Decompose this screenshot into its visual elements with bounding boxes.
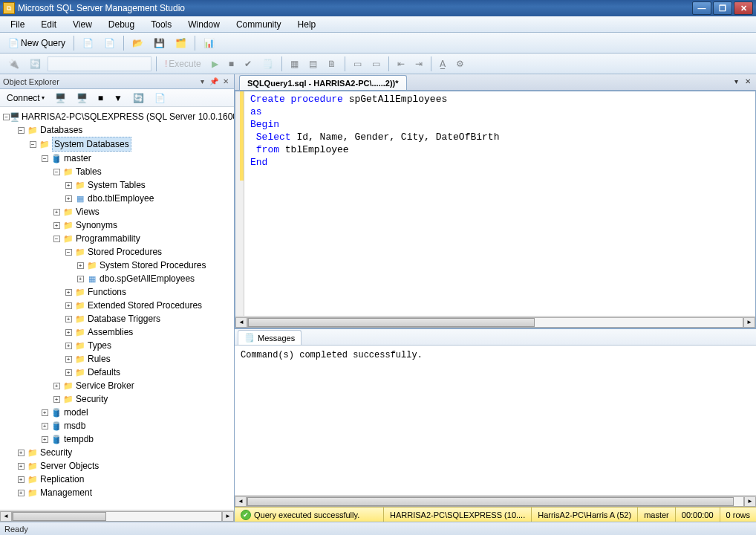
tree-extended-stored-procedures[interactable]: Extended Stored Procedures <box>88 299 202 312</box>
results-text-icon[interactable]: ▤ <box>305 56 321 72</box>
db-connect-icon[interactable]: 🔌 <box>4 56 23 72</box>
tree-functions[interactable]: Functions <box>88 285 126 299</box>
panel-dropdown-icon[interactable]: ▾ <box>197 77 207 87</box>
tree-database-triggers[interactable]: Database Triggers <box>88 312 160 325</box>
new-db-query-icon[interactable]: 📄 <box>100 35 119 51</box>
change-connection-icon[interactable]: 🔄 <box>26 56 45 72</box>
menu-window[interactable]: Window <box>182 18 226 31</box>
messages-horizontal-scrollbar[interactable]: ◄ ► <box>235 495 756 507</box>
object-explorer-title: Object Explorer <box>3 77 59 86</box>
estimated-plan-icon[interactable]: 🗒️ <box>258 56 277 72</box>
database-icon: 🛢️ <box>50 152 62 164</box>
execute-label: Execute <box>169 59 201 69</box>
decrease-indent-icon[interactable]: ⇤ <box>394 56 408 72</box>
messages-body[interactable]: Command(s) completed successfully. <box>235 346 756 495</box>
tree-tblemployee[interactable]: dbo.tblEmployee <box>88 192 154 205</box>
tree-master[interactable]: master <box>64 152 91 165</box>
results-grid-icon[interactable]: ▦ <box>287 56 302 72</box>
object-explorer-tree[interactable]: − 🖥️ HARRISA2-PC\SQLEXPRESS (SQL Server … <box>0 107 234 510</box>
refresh-icon[interactable]: 🔄 <box>129 91 148 106</box>
menu-community[interactable]: Community <box>230 18 287 31</box>
tree-replication[interactable]: Replication <box>40 473 84 486</box>
tree-system-tables[interactable]: System Tables <box>88 178 146 192</box>
tree-defaults[interactable]: Defaults <box>88 366 120 379</box>
tree-rules[interactable]: Rules <box>88 352 111 366</box>
save-icon[interactable]: 💾 <box>150 35 169 51</box>
code-text[interactable]: Create procedure spGetAllEmployees as Be… <box>244 91 505 316</box>
tree-stored-procedures[interactable]: Stored Procedures <box>88 245 162 259</box>
new-query-button[interactable]: 📄 New Query <box>4 35 69 51</box>
parse-icon[interactable]: ✔ <box>241 56 255 72</box>
new-blank-icon[interactable]: 📄 <box>79 35 97 51</box>
database-icon: 🛢️ <box>50 420 62 432</box>
folder-icon: 📁 <box>86 259 98 271</box>
tree-service-broker[interactable]: Service Broker <box>76 379 134 392</box>
tree-server-objects[interactable]: Server Objects <box>40 459 99 473</box>
sql-query-tab[interactable]: SQLQuery1.sql - HARRISA2-PC\......2))* <box>239 75 407 90</box>
tab-label: SQLQuery1.sql - HARRISA2-PC\......2))* <box>247 79 399 88</box>
folder-icon: 📁 <box>74 326 86 338</box>
uncomment-icon[interactable]: ▭ <box>368 56 384 72</box>
tree-synonyms[interactable]: Synonyms <box>76 218 117 232</box>
tree-tempdb[interactable]: tempdb <box>64 432 94 446</box>
tab-dropdown-icon[interactable]: ▾ <box>731 76 741 86</box>
tree-types[interactable]: Types <box>88 339 111 352</box>
specify-values-icon[interactable]: A̲ <box>436 56 449 72</box>
stop-button[interactable]: ■ <box>225 56 238 72</box>
maximize-button[interactable]: ❐ <box>713 1 732 15</box>
tree-msdb[interactable]: msdb <box>64 419 85 432</box>
menu-debug[interactable]: Debug <box>102 18 140 31</box>
tree-tables[interactable]: Tables <box>76 165 102 178</box>
tree-management[interactable]: Management <box>40 486 92 499</box>
panel-close-icon[interactable]: ✕ <box>221 77 231 87</box>
tree-views[interactable]: Views <box>76 205 100 218</box>
menu-help[interactable]: Help <box>292 18 322 31</box>
disconnect-red-icon[interactable]: 🖥️ <box>73 91 91 106</box>
close-button[interactable]: ✕ <box>734 1 753 15</box>
messages-tab[interactable]: 🗒️ Messages <box>238 330 302 345</box>
object-explorer-header: Object Explorer ▾ 📌 ✕ <box>0 74 234 89</box>
execute-button[interactable]: ! Execute <box>161 56 205 72</box>
editor-pane: SQLQuery1.sql - HARRISA2-PC\......2))* ▾… <box>235 74 756 522</box>
results-file-icon[interactable]: 🗎 <box>324 56 340 72</box>
tree-system-stored-procedures[interactable]: System Stored Procedures <box>100 259 206 272</box>
folder-icon: 📁 <box>27 487 39 499</box>
increase-indent-icon[interactable]: ⇥ <box>411 56 426 72</box>
separator <box>345 56 345 71</box>
panel-pin-icon[interactable]: 📌 <box>209 77 219 87</box>
activity-monitor-icon[interactable]: 📊 <box>200 35 218 51</box>
summary-icon[interactable]: 📄 <box>151 91 169 106</box>
save-all-icon[interactable]: 🗂️ <box>172 35 190 51</box>
comment-icon[interactable]: ▭ <box>350 56 365 72</box>
tree-assemblies[interactable]: Assemblies <box>88 325 133 339</box>
intellisense-icon[interactable]: ⚙ <box>452 56 468 72</box>
tab-close-icon[interactable]: ✕ <box>743 76 753 86</box>
menu-edit[interactable]: Edit <box>35 18 62 31</box>
minimize-button[interactable]: — <box>692 1 711 15</box>
stop-cb-icon[interactable]: ■ <box>94 91 107 106</box>
disconnect-icon[interactable]: 🖥️ <box>51 91 70 106</box>
connect-toolbar: Connect▾ 🖥️ 🖥️ ■ ▼ 🔄 📄 <box>0 89 234 107</box>
database-combobox[interactable] <box>48 56 151 71</box>
tree-server[interactable]: HARRISA2-PC\SQLEXPRESS (SQL Server 10.0.… <box>22 110 234 123</box>
menu-view[interactable]: View <box>67 18 98 31</box>
open-file-icon[interactable]: 📂 <box>128 35 147 51</box>
folder-icon: 📁 <box>27 473 39 485</box>
menu-tools[interactable]: Tools <box>145 18 177 31</box>
filter-icon[interactable]: ▼ <box>110 91 126 106</box>
separator <box>195 36 195 51</box>
menu-file[interactable]: File <box>4 18 30 31</box>
tree-security-db[interactable]: Security <box>76 392 108 406</box>
tree-databases[interactable]: Databases <box>40 123 82 137</box>
connect-button[interactable]: Connect▾ <box>3 91 48 106</box>
tree-spgetallemployees[interactable]: dbo.spGetAllEmployees <box>100 272 195 285</box>
tree-model[interactable]: model <box>64 406 88 419</box>
debug-button[interactable]: ▶ <box>208 56 222 72</box>
database-icon: 🛢️ <box>50 433 62 445</box>
tree-security[interactable]: Security <box>40 446 72 459</box>
tree-system-databases[interactable]: System Databases <box>52 137 131 152</box>
tree-programmability[interactable]: Programmability <box>76 232 140 245</box>
tree-horizontal-scrollbar[interactable]: ◄ ► <box>0 510 234 522</box>
code-editor[interactable]: Create procedure spGetAllEmployees as Be… <box>235 91 756 328</box>
editor-horizontal-scrollbar[interactable]: ◄ ► <box>235 316 755 328</box>
